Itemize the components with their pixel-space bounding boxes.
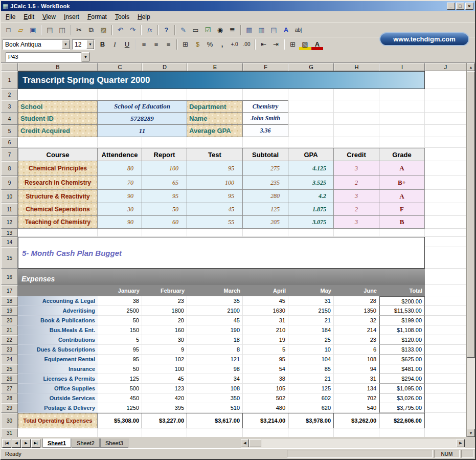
expense-value[interactable]: 5 <box>243 345 288 355</box>
cell[interactable] <box>425 335 466 345</box>
fill-color-icon[interactable]: ▧ <box>299 39 311 50</box>
info-value[interactable]: John Smith <box>243 113 288 125</box>
month-header[interactable]: February <box>142 285 187 296</box>
row-header-13[interactable]: 13 <box>1 229 18 237</box>
row-header-19[interactable]: 19 <box>1 306 18 316</box>
info-label[interactable]: Name <box>187 113 243 125</box>
info-label[interactable]: Department <box>187 100 243 113</box>
expense-value[interactable]: 20 <box>142 316 187 325</box>
italic-button[interactable]: I <box>109 39 121 50</box>
scroll-up-icon[interactable]: ▲ <box>467 63 475 71</box>
cell[interactable] <box>425 345 466 355</box>
row-header-26[interactable]: 26 <box>1 374 18 384</box>
expense-value[interactable]: 480 <box>243 403 288 413</box>
row-header-21[interactable]: 21 <box>1 325 18 335</box>
expense-value[interactable]: 184 <box>288 325 334 335</box>
cell[interactable] <box>425 203 466 216</box>
cell[interactable] <box>425 176 466 190</box>
cell[interactable] <box>425 296 466 306</box>
expense-value[interactable]: 540 <box>334 403 379 413</box>
expense-value[interactable]: 350 <box>187 393 243 403</box>
expense-value[interactable]: 602 <box>288 393 334 403</box>
course-score[interactable]: 45 <box>187 203 243 216</box>
expense-value[interactable]: 1350 <box>334 306 379 316</box>
row-header-25[interactable]: 25 <box>1 364 18 374</box>
expense-value[interactable]: 21 <box>288 316 334 325</box>
expense-value[interactable]: 50 <box>98 364 142 374</box>
row-header-30[interactable]: 30 <box>1 413 18 428</box>
expense-total[interactable]: $199.00 <box>379 316 425 325</box>
course-score[interactable]: 90 <box>98 190 142 203</box>
row-header-4[interactable]: 4 <box>1 113 18 125</box>
row-header-6[interactable]: 6 <box>1 137 18 148</box>
course-score[interactable]: 280 <box>243 190 288 203</box>
cell[interactable] <box>98 137 142 148</box>
name-box-dropdown-icon[interactable]: ▼ <box>82 52 89 61</box>
course-grade[interactable]: A <box>379 161 425 176</box>
decrease-indent-icon[interactable]: ⇤ <box>258 39 269 50</box>
expense-name[interactable]: Book & Publications <box>18 316 98 325</box>
total-expense-value[interactable]: $3,262.00 <box>334 413 379 428</box>
row-header-24[interactable]: 24 <box>1 355 18 364</box>
cell[interactable] <box>187 137 243 148</box>
expense-value[interactable]: 1800 <box>142 306 187 316</box>
tab-sheet1[interactable]: Sheet1 <box>42 439 71 448</box>
new-icon[interactable]: □ <box>3 25 14 36</box>
cell[interactable] <box>379 125 425 137</box>
course-score[interactable]: 90 <box>98 216 142 229</box>
expense-value[interactable]: 34 <box>187 374 243 384</box>
expense-value[interactable]: 30 <box>142 335 187 345</box>
cell[interactable] <box>379 229 425 237</box>
total-expense-value[interactable]: $3,214.00 <box>243 413 288 428</box>
expense-total[interactable]: $3,026.00 <box>379 393 425 403</box>
expense-total[interactable]: $120.00 <box>379 335 425 345</box>
course-score[interactable]: 95 <box>187 190 243 203</box>
course-gpa[interactable]: 3.525 <box>288 176 334 190</box>
menu-insert[interactable]: Insert <box>60 12 83 22</box>
expense-total[interactable]: $133.00 <box>379 345 425 355</box>
course-score[interactable]: 95 <box>142 190 187 203</box>
expense-total[interactable]: $3,795.00 <box>379 403 425 413</box>
expense-name[interactable]: Licenses & Permits <box>18 374 98 384</box>
course-score[interactable]: 65 <box>142 176 187 190</box>
month-header[interactable]: January <box>98 285 142 296</box>
cell[interactable] <box>425 216 466 229</box>
scroll-right-icon[interactable]: ▶ <box>457 439 465 447</box>
font-size-dropdown-icon[interactable]: ▼ <box>86 40 94 49</box>
increase-decimal-icon[interactable]: +.0 <box>229 39 240 50</box>
cell[interactable] <box>18 137 98 148</box>
cell[interactable] <box>425 125 466 137</box>
row-header-31[interactable]: 31 <box>1 428 18 437</box>
column-header-d[interactable]: D <box>142 63 187 71</box>
label-icon[interactable]: A <box>280 25 292 36</box>
cell[interactable] <box>425 413 466 428</box>
course-credit[interactable]: 3 <box>334 190 379 203</box>
expense-value[interactable]: 125 <box>98 374 142 384</box>
cell[interactable] <box>425 355 466 364</box>
expense-name[interactable]: Adveritising <box>18 306 98 316</box>
course-score[interactable]: 30 <box>98 203 142 216</box>
expense-name[interactable]: Accounting & Legal <box>18 296 98 306</box>
horizontal-scroll-track[interactable] <box>261 439 457 447</box>
row-header-23[interactable]: 23 <box>1 345 18 355</box>
course-header[interactable]: Attendence <box>98 148 142 161</box>
cell[interactable] <box>288 100 334 113</box>
course-name[interactable]: Chemical Principles <box>18 161 98 176</box>
align-center-icon[interactable]: ≡ <box>150 39 162 50</box>
cell[interactable] <box>334 428 379 437</box>
menu-edit[interactable]: Edit <box>19 12 38 22</box>
expense-value[interactable]: 50 <box>98 316 142 325</box>
copy-icon[interactable]: ⧉ <box>85 25 97 36</box>
cell[interactable] <box>425 190 466 203</box>
cell[interactable] <box>425 89 466 100</box>
row-header-10[interactable]: 10 <box>1 190 18 203</box>
maximize-button[interactable]: □ <box>456 3 464 10</box>
course-score[interactable]: 125 <box>243 203 288 216</box>
row-header-18[interactable]: 18 <box>1 296 18 306</box>
expense-value[interactable]: 19 <box>243 335 288 345</box>
menu-file[interactable]: File <box>2 12 19 22</box>
vertical-scrollbar[interactable]: ▲ ▼ <box>466 63 475 437</box>
expense-value[interactable]: 85 <box>288 364 334 374</box>
cell[interactable] <box>142 229 187 237</box>
comma-icon[interactable]: , <box>216 39 228 50</box>
